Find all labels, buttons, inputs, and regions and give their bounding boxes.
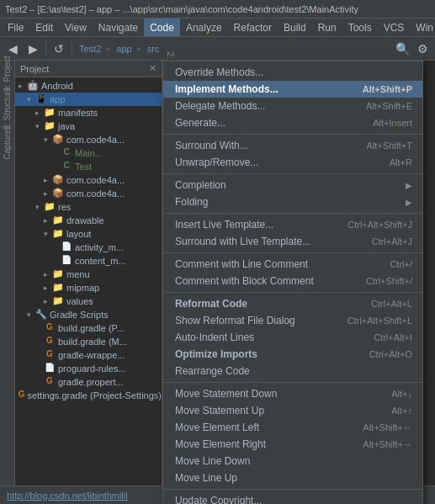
tree-item-app[interactable]: ▾ 📱 app	[15, 93, 162, 106]
settings-button[interactable]: ⚙	[413, 40, 432, 58]
tree-item-test[interactable]: C Test	[15, 160, 162, 173]
menu-reformat[interactable]: Reformat Code Ctrl+Alt+L	[163, 295, 422, 312]
tree-item-proguard[interactable]: 📄 proguard-rules...	[15, 362, 162, 375]
project-label[interactable]: Test2	[76, 44, 104, 54]
menu-move-down-label: Move Statement Down	[175, 388, 391, 400]
gradle-prop-icon: G	[44, 376, 56, 388]
menu-surround-live[interactable]: Surround with Live Template... Ctrl+Alt+…	[163, 233, 422, 250]
menu-vcs[interactable]: VCS	[378, 19, 411, 36]
menu-rearrange-label: Rearrange Code	[175, 365, 412, 377]
menu-auto-indent[interactable]: Auto-Indent Lines Ctrl+Alt+I	[163, 329, 422, 346]
menu-move-left[interactable]: Move Element Left Alt+Shift+←	[163, 419, 422, 436]
menu-run[interactable]: Run	[312, 19, 342, 36]
menu-move-up[interactable]: Move Statement Up Alt+↑	[163, 402, 422, 419]
menu-comment-block-shortcut: Ctrl+Shift+/	[366, 276, 412, 286]
tree-item-gradle-wrapper[interactable]: G gradle-wrappe...	[15, 348, 162, 362]
menu-sep-2	[163, 173, 422, 174]
tree-item-menu[interactable]: ▸ 📁 menu	[15, 268, 162, 281]
menu-refactor[interactable]: Refactor	[228, 19, 278, 36]
menu-show-reformat-shortcut: Ctrl+Alt+Shift+L	[347, 316, 412, 326]
tree-item-values[interactable]: ▸ 📁 values	[15, 294, 162, 308]
menu-optimize[interactable]: Optimize Imports Ctrl+Alt+O	[163, 346, 422, 363]
back-button[interactable]: ◀	[3, 40, 22, 58]
menu-move-down-shortcut: Alt+↓	[391, 389, 412, 399]
menu-code[interactable]: Code	[144, 19, 180, 36]
menu-tools[interactable]: Tools	[342, 19, 378, 36]
refresh-button[interactable]: ↺	[50, 40, 68, 58]
breadcrumb-sep-1: ▸	[106, 43, 111, 54]
menu-delegate-shortcut: Alt+Shift+E	[366, 101, 412, 111]
proguard-icon: 📄	[44, 363, 56, 374]
menu-generate[interactable]: Generate... Alt+Insert	[163, 114, 422, 131]
menu-comment-line[interactable]: Comment with Line Comment Ctrl+/	[163, 256, 422, 273]
tree-item-main[interactable]: C Main...	[15, 146, 162, 160]
menu-surround-live-shortcut: Ctrl+Alt+J	[372, 236, 412, 247]
tree-label-com1: com.code4a...	[66, 135, 125, 145]
tree-label-activity: activity_m...	[75, 242, 124, 252]
tree-item-build-gradle-1[interactable]: G build.gradle (P...	[15, 321, 162, 335]
menu-build[interactable]: Build	[278, 19, 312, 36]
tree-item-res[interactable]: ▾ 📁 res	[15, 200, 162, 214]
menu-surround[interactable]: Surround With... Alt+Shift+T	[163, 137, 422, 154]
menu-surround-label: Surround With...	[175, 140, 367, 151]
breadcrumb-sep-2: ▸	[137, 43, 142, 54]
menu-win[interactable]: Win	[410, 19, 435, 36]
menu-move-right-shortcut: Alt+Shift+→	[363, 439, 412, 449]
tree-label-test: Test	[75, 162, 92, 172]
tree-item-com2[interactable]: ▸ 📦 com.code4a...	[15, 173, 162, 187]
menu-implement[interactable]: Implement Methods... Alt+Shift+P	[163, 81, 422, 98]
tree-item-mipmap[interactable]: ▸ 📁 mipmap	[15, 281, 162, 294]
tree-item-content[interactable]: 📄 content_m...	[15, 254, 162, 268]
menu-navigate[interactable]: Navigate	[93, 19, 144, 36]
search-everywhere-button[interactable]: 🔍	[393, 40, 411, 58]
menu-move-line-down-label: Move Line Down	[175, 455, 412, 467]
menu-show-reformat[interactable]: Show Reformat File Dialog Ctrl+Alt+Shift…	[163, 312, 422, 329]
menu-insert-live-label: Insert Live Template...	[175, 219, 347, 231]
menu-folding-label: Folding	[175, 196, 406, 208]
left-panel-labels: 1: Project 2: Structure Captures	[0, 61, 15, 485]
forward-button[interactable]: ▶	[24, 40, 42, 58]
tree-item-com1[interactable]: ▾ 📦 com.code4a...	[15, 133, 162, 146]
menu-folding[interactable]: Folding ▶	[163, 194, 422, 210]
menu-comment-block[interactable]: Comment with Block Comment Ctrl+Shift+/	[163, 273, 422, 289]
menu-rearrange[interactable]: Rearrange Code	[163, 363, 422, 379]
activity-file-icon: 📄	[61, 241, 72, 253]
menu-delegate[interactable]: Delegate Methods... Alt+Shift+E	[163, 98, 422, 114]
src-label[interactable]: src	[144, 44, 163, 54]
drawable-icon: 📁	[52, 215, 64, 226]
menu-override[interactable]: Override Methods...	[163, 64, 422, 81]
menu-move-line-up[interactable]: Move Line Up	[163, 470, 422, 486]
menu-move-line-down[interactable]: Move Line Down	[163, 453, 422, 470]
tree-item-com3[interactable]: ▸ 📦 com.code4a...	[15, 187, 162, 200]
menu-insert-live[interactable]: Insert Live Template... Ctrl+Alt+Shift+J	[163, 216, 422, 233]
app-label[interactable]: app	[113, 44, 135, 54]
menu-unwrap[interactable]: Unwrap/Remove... Alt+R	[163, 154, 422, 171]
side-label-captures[interactable]: Captures	[3, 125, 12, 160]
sidebar-close-icon[interactable]: ✕	[149, 63, 156, 74]
menu-analyze[interactable]: Analyze	[180, 19, 228, 36]
menu-file[interactable]: File	[2, 19, 29, 36]
menu-move-right[interactable]: Move Element Right Alt+Shift+→	[163, 436, 422, 453]
tree-item-gradle-prop[interactable]: G gradle.propert...	[15, 375, 162, 389]
toolbar: ◀ ▶ ↺ Test2 ▸ app ▸ src 🔍 ⚙	[0, 37, 435, 61]
tree-item-settings-gradle[interactable]: G settings.gradle (Project-Settings)	[15, 389, 162, 402]
tree-item-activity[interactable]: 📄 activity_m...	[15, 241, 162, 254]
tree-item-android[interactable]: ▸ 🤖 Android	[15, 79, 162, 93]
tree-item-layout[interactable]: ▾ 📁 layout	[15, 227, 162, 241]
menu-view[interactable]: View	[59, 19, 93, 36]
menu-edit[interactable]: Edit	[29, 19, 59, 36]
tree-item-manifests[interactable]: ▸ 📁 manifests	[15, 106, 162, 119]
tree-arrow-drawable: ▸	[44, 216, 52, 225]
tree-item-gradle[interactable]: ▾ 🔧 Gradle Scripts	[15, 308, 162, 321]
menu-completion[interactable]: Completion ▶	[163, 177, 422, 194]
tree-item-java[interactable]: ▾ 📁 java	[15, 119, 162, 133]
tree-item-drawable[interactable]: ▸ 📁 drawable	[15, 214, 162, 227]
menu-move-down[interactable]: Move Statement Down Alt+↓	[163, 385, 422, 402]
tree-item-build-gradle-2[interactable]: G build.gradle (M...	[15, 335, 162, 348]
tree-label-gw: gradle-wrappe...	[58, 350, 125, 360]
menu-move-up-label: Move Statement Up	[175, 405, 391, 416]
menu-sep-6	[163, 382, 422, 383]
status-link[interactable]: http://blog.csdn.net/libinthmilil	[7, 491, 128, 501]
side-label-structure[interactable]: 2: Structure	[3, 87, 12, 130]
menu-update-copyright[interactable]: Update Copyright...	[163, 492, 422, 504]
